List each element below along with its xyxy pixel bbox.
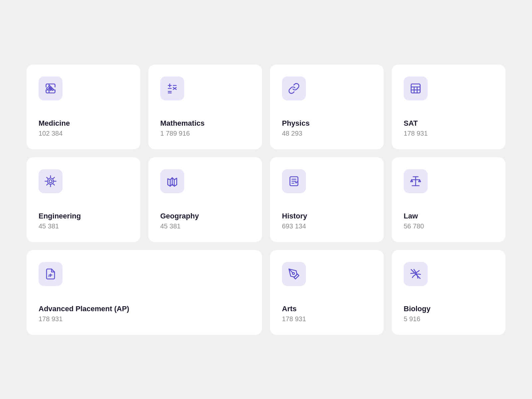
card-biology[interactable]: Biology 5 916	[392, 250, 505, 335]
card-medicine[interactable]: Medicine 102 384	[27, 65, 140, 149]
mathematics-icon	[166, 82, 178, 94]
arts-icon	[288, 268, 300, 280]
ap-title: Advanced Placement (AP)	[39, 305, 250, 313]
subject-grid: Medicine 102 384 Mathematics 1 789 916	[27, 65, 505, 335]
mathematics-title: Mathematics	[160, 119, 250, 128]
svg-point-16	[48, 178, 54, 184]
svg-point-29	[293, 272, 295, 274]
svg-point-15	[49, 180, 52, 183]
biology-count: 5 916	[404, 315, 493, 323]
svg-text:A+: A+	[48, 275, 52, 278]
biology-icon-wrap	[404, 262, 428, 286]
geography-count: 45 381	[160, 222, 250, 230]
card-physics[interactable]: Physics 48 293	[270, 65, 384, 149]
law-icon-wrap	[404, 169, 428, 193]
history-icon	[288, 175, 300, 187]
card-advanced-placement[interactable]: A+ Advanced Placement (AP) 178 931	[27, 250, 262, 335]
card-sat[interactable]: SAT 178 931	[392, 65, 505, 149]
svg-rect-10	[411, 84, 420, 93]
card-law[interactable]: Law 56 780	[392, 157, 505, 242]
geography-icon-wrap	[160, 169, 184, 193]
card-mathematics[interactable]: Mathematics 1 789 916	[148, 65, 262, 149]
medicine-icon	[45, 82, 57, 94]
biology-icon	[410, 268, 422, 280]
law-icon	[410, 175, 422, 187]
ap-count: 178 931	[39, 315, 250, 323]
sat-icon-wrap	[404, 76, 428, 100]
engineering-icon-wrap	[39, 169, 63, 193]
medicine-title: Medicine	[39, 119, 128, 128]
sat-title: SAT	[404, 119, 493, 128]
geography-title: Geography	[160, 212, 250, 220]
engineering-title: Engineering	[39, 212, 128, 220]
physics-icon-wrap	[282, 76, 306, 100]
medicine-count: 102 384	[39, 130, 128, 137]
card-arts[interactable]: Arts 178 931	[270, 250, 384, 335]
biology-title: Biology	[404, 305, 493, 313]
card-history[interactable]: History 693 134	[270, 157, 384, 242]
physics-count: 48 293	[282, 130, 372, 137]
physics-title: Physics	[282, 119, 372, 128]
mathematics-icon-wrap	[160, 76, 184, 100]
engineering-count: 45 381	[39, 222, 128, 230]
card-engineering[interactable]: Engineering 45 381	[27, 157, 140, 242]
arts-title: Arts	[282, 305, 372, 313]
sat-count: 178 931	[404, 130, 493, 137]
engineering-icon	[45, 175, 57, 187]
ap-icon: A+	[45, 268, 57, 280]
law-title: Law	[404, 212, 493, 220]
medicine-icon-wrap	[39, 76, 63, 100]
law-count: 56 780	[404, 222, 493, 230]
history-icon-wrap	[282, 169, 306, 193]
geography-icon	[166, 175, 178, 187]
arts-count: 178 931	[282, 315, 372, 323]
mathematics-count: 1 789 916	[160, 130, 250, 137]
physics-icon	[288, 82, 300, 94]
history-count: 693 134	[282, 222, 372, 230]
sat-icon	[410, 82, 422, 94]
arts-icon-wrap	[282, 262, 306, 286]
card-geography[interactable]: Geography 45 381	[148, 157, 262, 242]
ap-icon-wrap: A+	[39, 262, 63, 286]
history-title: History	[282, 212, 372, 220]
